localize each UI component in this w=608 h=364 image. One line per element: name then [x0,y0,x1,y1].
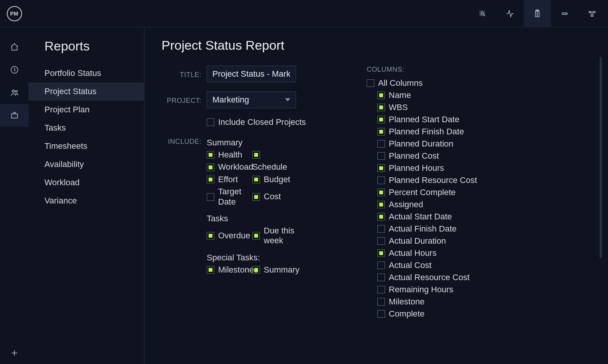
include-section-heading: Summary [207,138,359,148]
checkbox[interactable] [377,116,385,123]
column-option[interactable]: Actual Start Date [367,212,591,222]
project-select[interactable]: Marketing [207,91,296,108]
checkbox[interactable] [207,176,214,183]
project-label: PROJECT: [162,95,201,105]
checkbox[interactable] [252,193,260,201]
sidebar-item-project-status[interactable]: Project Status [28,82,144,101]
column-option[interactable]: Remaining Hours [367,285,591,295]
column-option[interactable]: Planned Start Date [367,115,591,124]
column-option-all[interactable]: All Columns [367,78,591,88]
column-option[interactable]: Planned Finish Date [367,127,591,137]
add-button[interactable] [0,349,28,357]
checkbox[interactable] [377,274,385,281]
column-option[interactable]: Name [367,90,591,100]
checkbox[interactable] [377,91,385,99]
include-option[interactable]: Due this week [252,226,298,246]
sidebar-item-tasks[interactable]: Tasks [28,119,144,137]
include-option[interactable]: Health [207,150,252,160]
column-option[interactable]: WBS [367,102,591,112]
column-option-label: Actual Cost [389,260,432,270]
checkbox[interactable] [377,249,385,257]
checkbox[interactable] [377,213,385,221]
sidebar-item-variance[interactable]: Variance [28,192,144,210]
column-option-label: All Columns [378,78,423,88]
topbar: PM [0,0,608,27]
checkbox[interactable] [377,262,385,269]
scrollbar[interactable] [600,57,602,258]
clipboard-icon[interactable] [524,0,551,27]
minus-icon[interactable] [551,0,578,27]
column-option[interactable]: Milestone [367,297,591,307]
checkbox[interactable] [377,310,385,318]
svg-point-9 [12,90,14,92]
sidebar-item-project-plan[interactable]: Project Plan [28,101,144,119]
column-option[interactable]: Assigned [367,200,591,210]
checkbox[interactable] [377,176,385,184]
checkbox[interactable] [377,140,385,148]
include-option[interactable]: Workload [207,162,252,172]
include-option[interactable]: Milestones [207,265,252,275]
checkbox[interactable] [377,237,385,245]
column-option-label: Percent Complete [389,188,456,197]
activity-icon[interactable] [496,0,524,27]
column-option[interactable]: Percent Complete [367,188,591,197]
column-option[interactable]: Actual Hours [367,248,591,258]
checkbox[interactable] [377,128,385,136]
checkbox[interactable] [252,176,260,183]
checkbox[interactable] [207,232,214,240]
checkbox[interactable] [377,298,385,306]
sidebar-title: Reports [28,39,144,64]
flow-icon[interactable] [578,0,606,27]
include-option[interactable]: Schedule [252,162,298,172]
sidebar-item-timesheets[interactable]: Timesheets [28,137,144,155]
column-option[interactable]: Planned Cost [367,151,591,161]
column-option[interactable]: Actual Duration [367,236,591,246]
sidebar-item-availability[interactable]: Availability [28,155,144,173]
include-option[interactable]: Overdue [207,226,252,246]
column-option[interactable]: Planned Hours [367,163,591,173]
brand-logo[interactable]: PM [7,6,22,21]
column-option[interactable]: Actual Finish Date [367,224,591,234]
include-option[interactable]: Effort [207,175,252,184]
checkbox[interactable] [377,152,385,160]
sidebar-item-portfolio-status[interactable]: Portfolio Status [28,64,144,82]
checkbox[interactable] [377,104,385,111]
checkbox[interactable] [377,201,385,208]
include-closed-row[interactable]: Include Closed Projects [207,117,359,127]
include-section-heading: Tasks [207,214,359,224]
column-option[interactable]: Planned Resource Cost [367,175,591,185]
checkbox[interactable] [207,266,214,274]
columns-panel: COLUMNS: All ColumnsNameWBSPlanned Start… [367,66,600,321]
checkbox[interactable] [207,151,214,159]
briefcase-icon[interactable] [0,104,28,127]
report-config-form: TITLE: PROJECT: Marketing [162,66,359,321]
checkbox[interactable] [377,286,385,293]
include-option[interactable]: Target Date [207,187,252,207]
column-option-label: Planned Cost [389,151,439,161]
sidebar-item-workload[interactable]: Workload [28,173,144,192]
clock-icon[interactable] [0,58,28,81]
include-option[interactable]: Summary [252,265,298,275]
checkbox[interactable] [252,266,260,274]
checkbox[interactable] [377,164,385,172]
checkbox[interactable] [367,79,374,87]
include-closed-checkbox[interactable] [207,118,214,126]
home-icon[interactable] [0,36,28,58]
include-option[interactable]: Cost [252,187,298,207]
search-zoom-icon[interactable] [469,0,496,27]
column-option[interactable]: Complete [367,309,591,319]
svg-rect-11 [11,114,17,118]
title-input[interactable] [207,66,296,82]
people-icon[interactable] [0,81,28,104]
column-option[interactable]: Actual Cost [367,260,591,270]
checkbox[interactable] [252,151,260,159]
include-option[interactable] [252,150,298,160]
checkbox[interactable] [207,164,214,171]
checkbox[interactable] [207,193,214,201]
column-option[interactable]: Planned Duration [367,139,591,149]
checkbox[interactable] [252,232,260,240]
column-option[interactable]: Actual Resource Cost [367,273,591,282]
checkbox[interactable] [377,225,385,233]
checkbox[interactable] [377,189,385,196]
include-option[interactable]: Budget [252,175,298,184]
